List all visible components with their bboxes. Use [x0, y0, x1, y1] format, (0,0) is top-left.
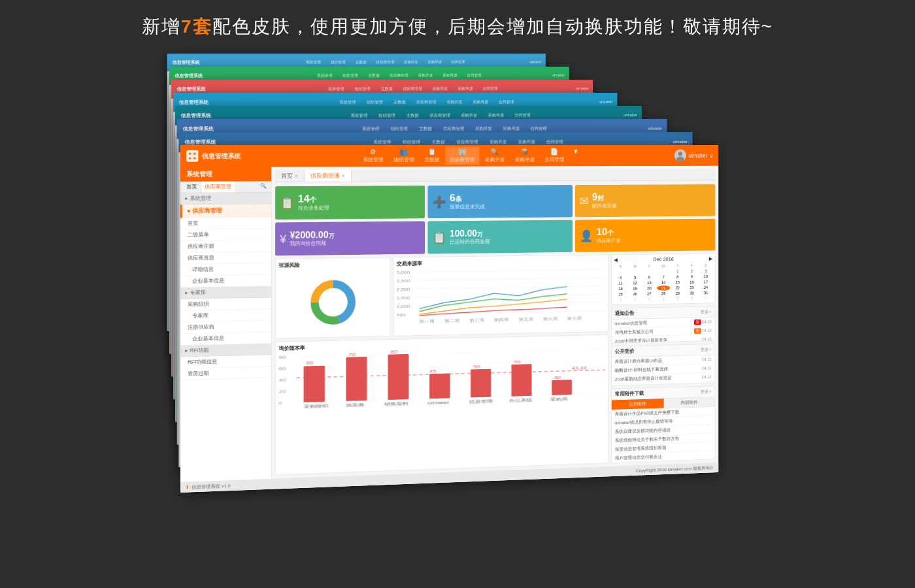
cal-day[interactable] — [642, 269, 656, 274]
cal-day-9[interactable]: 9 — [685, 274, 699, 280]
cal-day-13[interactable]: 13 — [642, 280, 656, 286]
cal-day-2[interactable]: 2 — [685, 269, 699, 274]
sidebar-item-expired[interactable]: 资质过期 — [180, 367, 271, 380]
cal-next[interactable]: ▶ — [709, 256, 713, 261]
attachments-more[interactable]: 更多> — [701, 389, 712, 395]
cal-day-10[interactable]: 10 — [699, 274, 713, 279]
nav-5-7[interactable]: 合同管理 — [509, 111, 535, 119]
cal-day-17[interactable]: 17 — [699, 280, 713, 285]
nav-4[interactable]: 供应商管理 — [371, 58, 399, 65]
nav-4-7[interactable]: 合同管理 — [493, 98, 518, 106]
main-nav-3[interactable]: 📋主数据 — [420, 147, 444, 165]
nav-3-1[interactable]: 系统管理 — [323, 85, 349, 93]
nav-6[interactable]: 采购寻源 — [423, 58, 446, 65]
cal-day[interactable] — [628, 269, 642, 274]
sidebar-tab-home[interactable]: 首页 — [183, 182, 201, 193]
stat-card-todo[interactable]: 📋 14个 待办业务处理 — [275, 186, 425, 220]
cal-day-25[interactable]: 25 — [614, 291, 627, 297]
main-nav-more[interactable]: ▼ — [569, 147, 582, 165]
attachment-tab-public[interactable]: 公开附件 — [612, 399, 663, 410]
nav-5-5[interactable]: 采购开发 — [456, 111, 482, 119]
cal-day-nm5[interactable]: 5 — [671, 296, 684, 301]
nav-6-6[interactable]: 采购寻源 — [497, 124, 524, 132]
nav-3[interactable]: 主数据 — [350, 59, 371, 66]
nav-3-5[interactable]: 采购开发 — [427, 85, 452, 92]
main-nav-2[interactable]: 👥组织管理 — [389, 147, 418, 165]
cal-day-nm1[interactable]: 1 — [614, 297, 627, 302]
cal-day-11[interactable]: 11 — [614, 281, 627, 286]
cal-day-16[interactable]: 16 — [685, 280, 699, 285]
cal-day-26[interactable]: 26 — [628, 291, 642, 297]
nav-3-7[interactable]: 合同管理 — [478, 85, 502, 92]
sidebar-item-supplier-active[interactable]: ● 供应商管理 — [180, 204, 271, 218]
cal-day-21[interactable]: 21 — [657, 286, 671, 291]
sidebar-item-company[interactable]: 企业基本信息 — [180, 274, 271, 287]
cal-day[interactable] — [614, 270, 627, 275]
nav-5-2[interactable]: 组织管理 — [373, 111, 401, 119]
main-nav-7[interactable]: 📄合同管理 — [540, 147, 569, 165]
nav-5-3[interactable]: 主数据 — [401, 111, 424, 119]
cal-day-nm6[interactable]: 6 — [685, 296, 699, 301]
sidebar-tab-supplier[interactable]: 供应商管理 — [201, 182, 235, 193]
cal-day[interactable] — [657, 269, 671, 274]
nav-5-4[interactable]: 供应商管理 — [424, 111, 455, 119]
nav-5-6[interactable]: 采购寻源 — [482, 111, 508, 119]
nav-1[interactable]: 系统管理 — [301, 59, 325, 66]
quotes-more[interactable]: 更多> — [701, 346, 712, 353]
tab-supplier[interactable]: 供应商管理 ✕ — [305, 170, 351, 182]
main-nav-4[interactable]: 🏢供应商管理 — [445, 147, 479, 165]
cal-prev[interactable]: ◀ — [614, 257, 618, 263]
main-nav-5[interactable]: 🔍采购开发 — [480, 147, 509, 165]
nav-2-6[interactable]: 采购寻源 — [438, 72, 461, 79]
cal-day-29[interactable]: 29 — [671, 291, 684, 296]
nav-2-1[interactable]: 系统管理 — [312, 72, 337, 79]
cal-day-6[interactable]: 6 — [642, 274, 656, 280]
nav-6-5[interactable]: 采购开发 — [470, 125, 497, 133]
nav-3-6[interactable]: 采购寻源 — [453, 85, 478, 92]
cal-day-24[interactable]: 24 — [699, 285, 713, 290]
attachment-tab-internal[interactable]: 内部附件 — [663, 397, 714, 408]
nav-4-2[interactable]: 组织管理 — [361, 98, 388, 106]
cal-day-14[interactable]: 14 — [657, 280, 671, 286]
nav-4-3[interactable]: 主数据 — [388, 98, 410, 106]
sidebar-item-detail[interactable]: 详细信息 — [180, 263, 271, 276]
nav-2-7[interactable]: 合同管理 — [462, 72, 486, 79]
tab-home[interactable]: 首页 ✕ — [275, 170, 305, 182]
sidebar-item-home[interactable]: 首页 — [180, 218, 271, 230]
nav-2-4[interactable]: 供应商管理 — [385, 72, 413, 79]
cal-day-19[interactable]: 19 — [628, 286, 642, 291]
cal-day-3[interactable]: 3 — [699, 269, 713, 274]
nav-6-7[interactable]: 合同管理 — [525, 124, 552, 132]
main-nav-1[interactable]: ⚙系统管理 — [358, 147, 388, 165]
cal-day-8[interactable]: 8 — [671, 274, 684, 280]
cal-day-12[interactable]: 12 — [628, 280, 642, 286]
cal-day-31[interactable]: 31 — [699, 290, 713, 295]
cal-day-4[interactable]: 4 — [614, 275, 627, 280]
cal-day-nm4[interactable]: 4 — [657, 297, 671, 302]
main-nav-6[interactable]: 📦采购寻源 — [510, 147, 539, 165]
cal-day-15[interactable]: 15 — [671, 280, 684, 285]
cal-day-27[interactable]: 27 — [642, 291, 656, 297]
nav-5-1[interactable]: 系统管理 — [345, 111, 373, 119]
sidebar-item-reg[interactable]: 供应商注册 — [180, 240, 271, 253]
nav-4-1[interactable]: 系统管理 — [334, 98, 361, 106]
nav-2-5[interactable]: 采购开发 — [413, 72, 437, 79]
stat-card-contract[interactable]: 📋 100.00万 已运转的合同金额 — [427, 220, 572, 254]
cal-day-nm2[interactable]: 2 — [628, 297, 642, 302]
cal-day-18[interactable]: 18 — [614, 286, 627, 291]
nav-2-3[interactable]: 主数据 — [363, 72, 384, 79]
nav-3-2[interactable]: 组织管理 — [350, 85, 375, 93]
nav-3-3[interactable]: 主数据 — [376, 85, 397, 92]
sidebar-search-icon[interactable]: 🔍 — [258, 181, 269, 192]
stat-card-dev[interactable]: 👤 10个 供应商开发 — [575, 219, 715, 252]
cal-day-23[interactable]: 23 — [685, 285, 699, 290]
cal-day-22[interactable]: 22 — [671, 286, 684, 291]
sidebar-item-qual[interactable]: 供应商资质 — [180, 252, 271, 264]
stat-card-price[interactable]: ¥ ¥2000.00万 我的询价合同额 — [275, 221, 425, 256]
notices-more[interactable]: 更多> — [701, 309, 712, 316]
nav-4-6[interactable]: 采购寻源 — [468, 98, 493, 106]
nav-3-4[interactable]: 供应商管理 — [398, 85, 427, 92]
nav-5[interactable]: 采购开发 — [399, 58, 423, 65]
cal-day-nm3[interactable]: 3 — [642, 297, 656, 302]
cal-day-nm7[interactable]: 7 — [699, 296, 713, 301]
